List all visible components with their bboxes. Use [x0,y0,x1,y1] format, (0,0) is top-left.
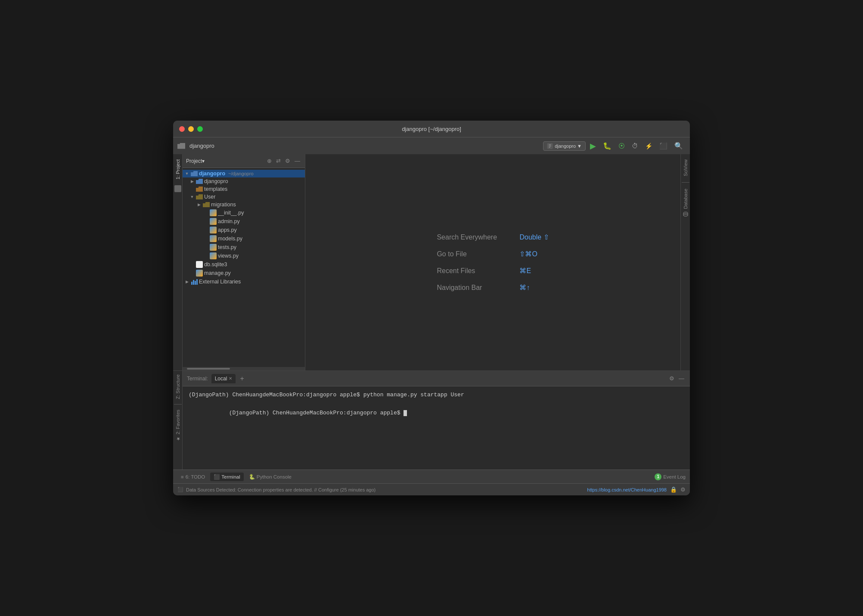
tree-item-migrations[interactable]: ▶ migrations [183,201,305,208]
manage-label: manage.py [204,270,231,276]
terminal-section: Terminal: Local ✕ + ⚙ — (DjangoPath) Che… [183,371,690,470]
maximize-button[interactable] [197,126,203,132]
window-title: djangopro [~/djangopro] [402,126,461,132]
panel-title: Project▾ [186,158,205,164]
shortcut-key-search: Double ⇧ [519,233,549,241]
shortcut-label-nav: Navigation Bar [437,284,514,292]
tree-item-djangopro[interactable]: ▶ djangopro [183,177,305,185]
terminal-close-icon[interactable]: ✕ [229,376,232,381]
blog-url[interactable]: https://blog.csdn.net/ChenHuang1998 [587,487,667,492]
search-button[interactable]: 🔍 [672,140,686,152]
shortcut-label-goto: Go to File [437,250,514,258]
right-side-tabs: SciView Database [680,154,690,370]
tree-item-models[interactable]: ▶ models.py [183,234,305,243]
status-right: https://blog.csdn.net/ChenHuang1998 🔒 ⚙ [587,486,686,493]
migrations-label: migrations [211,202,236,208]
settings-icon-btn[interactable]: ⚙ [284,157,292,165]
toolbar: djangopro djangopro ▼ ▶ 🐛 ⦿ ⏱ ⚡ ⬛ [173,137,690,154]
tree-item-external[interactable]: ▶ External Libraries [183,277,305,286]
profile-button[interactable]: ⏱ [629,140,641,151]
terminal-settings-btn[interactable]: ⚙ [668,374,676,383]
models-py-icon [210,235,217,242]
root-folder-icon [191,171,198,176]
terminal-add-tab[interactable]: + [237,375,246,383]
build-button[interactable]: ⚡ [643,141,655,151]
tree-item-init[interactable]: ▶ __init__.py [183,208,305,217]
terminal-tabs: Terminal: Local ✕ + ⚙ — [183,371,690,386]
admin-py-icon [210,218,217,225]
terminal-content[interactable]: (DjangoPath) ChenHuangdeMacBookPro:djang… [183,386,690,470]
djangopro-label: djangopro [204,178,228,184]
minimize-button[interactable] [188,126,194,132]
models-label: models.py [218,236,242,242]
folder-tab-icon[interactable] [174,185,181,192]
coverage-button[interactable]: ⦿ [616,140,627,151]
lock-icon: 🔒 [670,486,677,493]
favorites-tab[interactable]: ★ 2: Favorites [173,406,182,445]
bar-chart-icon [191,278,198,285]
user-chevron: ▼ [189,194,195,199]
python-console-tab[interactable]: 🐍 Python Console [245,473,295,481]
status-bar: ⬛ Data Sources Detected: Connection prop… [173,483,690,495]
structure-tab[interactable]: Z: Structure [174,371,182,402]
views-label: views.py [218,253,239,259]
debug-button[interactable]: 🐛 [600,140,614,152]
toolbar-project-name: djangopro [189,143,214,149]
close-panel-btn[interactable]: — [293,157,301,165]
add-icon-btn[interactable]: ⊕ [266,157,273,165]
shortcut-label-search: Search Everywhere [437,233,514,241]
tree-root-item[interactable]: ▼ djangopro ~/djangopro [183,170,305,177]
todo-list-icon: ≡ [181,474,184,479]
terminal-label: Terminal: [187,376,208,382]
database-tab[interactable]: Database [681,185,690,220]
admin-label: admin.py [218,218,240,224]
tree-item-manage[interactable]: ▶ manage.py [183,269,305,277]
tree-item-admin[interactable]: ▶ admin.py [183,217,305,226]
collapse-icon-btn[interactable]: ⇄ [275,157,282,165]
tree-item-apps[interactable]: ▶ apps.py [183,226,305,234]
init-py-icon [210,209,217,216]
folder-icon [177,143,185,149]
tree-item-views[interactable]: ▶ views.py [183,252,305,260]
external-chevron: ▶ [184,279,189,284]
tree-item-user[interactable]: ▼ User [183,193,305,201]
event-log[interactable]: 1 Event Log [655,473,686,480]
run-config-dropdown[interactable]: djangopro ▼ [543,141,586,151]
djangopro-folder-icon [196,179,203,184]
tree-item-templates[interactable]: ▶ templates [183,185,305,193]
main-content: 1: Project Project▾ ⊕ ⇄ ⚙ — ▼ djangopro [173,154,690,370]
terminal-minimize-btn[interactable]: — [677,374,686,383]
bottom-tabs-bar: ≡ 6: TODO ⬛ Terminal 🐍 Python Console 1 … [173,470,690,483]
run-button[interactable]: ▶ [587,140,599,152]
terminal-bottom-tab[interactable]: ⬛ Terminal [210,473,243,481]
terminal-line-2: (DjangoPath) ChenHuangdeMacBookPro:djang… [189,400,684,426]
panel-scrollbar[interactable] [183,367,305,370]
user-label: User [204,194,215,200]
editor-area: Search Everywhere Double ⇧ Go to File ⇧⌘… [305,154,680,370]
database-icon [683,211,688,217]
shortcut-key-recent: ⌘E [519,267,531,275]
bottom-section: Z: Structure ★ 2: Favorites Terminal: Lo… [173,370,690,495]
main-window: djangopro [~/djangopro] djangopro django… [173,121,690,495]
svg-rect-3 [195,281,196,285]
external-label: External Libraries [199,279,241,285]
settings-status-icon[interactable]: ⚙ [680,486,686,493]
bottom-content: Z: Structure ★ 2: Favorites Terminal: Lo… [173,371,690,470]
root-item-label: djangopro [199,171,225,177]
tree-item-db[interactable]: ▶ db.sqlite3 [183,260,305,269]
shortcut-label-recent: Recent Files [437,267,514,275]
project-panel: Project▾ ⊕ ⇄ ⚙ — ▼ djangopro ~/djangopro [183,154,305,370]
close-button[interactable] [179,126,185,132]
database-label: Database [683,189,688,209]
todo-tab[interactable]: ≡ 6: TODO [177,473,208,481]
structure-side-tab-container: Z: Structure ★ 2: Favorites [173,371,183,470]
tree-item-tests[interactable]: ▶ tests.py [183,243,305,252]
root-chevron: ▼ [184,171,189,176]
stop-button[interactable]: ⬛ [657,140,670,152]
terminal-cursor [404,410,407,416]
sciview-tab[interactable]: SciView [681,156,690,180]
migrations-chevron: ▶ [196,202,202,207]
project-tab[interactable]: 1: Project [174,156,182,183]
file-tree: ▼ djangopro ~/djangopro ▶ djangopro ▶ te… [183,168,305,367]
terminal-tab-local[interactable]: Local ✕ [211,374,236,383]
